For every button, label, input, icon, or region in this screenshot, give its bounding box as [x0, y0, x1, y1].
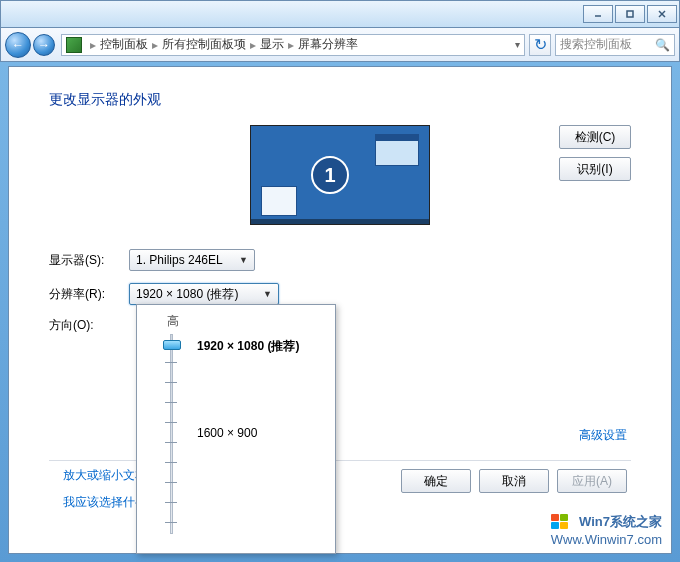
chevron-down-icon[interactable]: ▾ [515, 39, 520, 50]
which-settings-link[interactable]: 我应该选择什么 [63, 494, 147, 511]
svg-rect-1 [627, 11, 633, 17]
slider-thumb[interactable] [163, 340, 181, 350]
display-value: 1. Philips 246EL [136, 253, 223, 267]
display-label: 显示器(S): [49, 252, 129, 269]
chevron-right-icon: ▸ [288, 38, 294, 52]
breadcrumb-item[interactable]: 屏幕分辨率 [298, 36, 358, 53]
resolution-label: 分辨率(R): [49, 286, 129, 303]
chevron-right-icon: ▸ [90, 38, 96, 52]
maximize-button[interactable] [615, 5, 645, 23]
chevron-right-icon: ▸ [152, 38, 158, 52]
preview-taskbar [251, 219, 429, 224]
breadcrumb[interactable]: ▸ 控制面板 ▸ 所有控制面板项 ▸ 显示 ▸ 屏幕分辨率 ▾ [61, 34, 525, 56]
page-title: 更改显示器的外观 [49, 91, 631, 109]
dialog-buttons: 确定 取消 应用(A) [401, 469, 627, 493]
detect-button[interactable]: 检测(C) [559, 125, 631, 149]
watermark-line2: Www.Winwin7.com [551, 532, 662, 548]
watermark-line1: Win7系统之家 [579, 514, 662, 529]
content-frame: 更改显示器的外观 1 检测(C) 识别(I) 显示器(S): 1. Philip… [8, 66, 672, 554]
minimize-button[interactable] [583, 5, 613, 23]
chevron-right-icon: ▸ [250, 38, 256, 52]
resolution-option[interactable]: 1920 × 1080 (推荐) [197, 338, 299, 355]
breadcrumb-item[interactable]: 显示 [260, 36, 284, 53]
back-button[interactable]: ← [5, 32, 31, 58]
cancel-button[interactable]: 取消 [479, 469, 549, 493]
monitor-preview-area: 1 检测(C) 识别(I) [49, 125, 631, 225]
preview-window [375, 134, 419, 166]
apply-button: 应用(A) [557, 469, 627, 493]
text-size-link[interactable]: 放大或缩小文本 [63, 467, 147, 484]
orientation-label: 方向(O): [49, 317, 129, 334]
breadcrumb-item[interactable]: 所有控制面板项 [162, 36, 246, 53]
search-icon: 🔍 [655, 38, 670, 52]
search-input[interactable]: 搜索控制面板 🔍 [555, 34, 675, 56]
resolution-slider[interactable] [163, 334, 179, 534]
refresh-button[interactable]: ↻ [529, 34, 551, 56]
watermark: Win7系统之家 Www.Winwin7.com [551, 514, 662, 548]
windows-logo-icon [551, 514, 571, 532]
monitor-preview[interactable]: 1 [250, 125, 430, 225]
slider-ticks [165, 342, 179, 526]
help-links: 放大或缩小文本 我应该选择什么 [63, 467, 147, 521]
display-select[interactable]: 1. Philips 246EL ▼ [129, 249, 255, 271]
chevron-down-icon: ▼ [239, 255, 248, 265]
ok-button[interactable]: 确定 [401, 469, 471, 493]
resolution-value: 1920 × 1080 (推荐) [136, 286, 238, 303]
control-panel-icon [66, 37, 82, 53]
identify-button[interactable]: 识别(I) [559, 157, 631, 181]
window-titlebar [0, 0, 680, 28]
resolution-select[interactable]: 1920 × 1080 (推荐) ▼ [129, 283, 279, 305]
forward-button[interactable]: → [33, 34, 55, 56]
resolution-slider-popup: 高 1920 × 1080 (推荐) 1600 × 900 [136, 304, 336, 554]
breadcrumb-item[interactable]: 控制面板 [100, 36, 148, 53]
navigation-bar: ← → ▸ 控制面板 ▸ 所有控制面板项 ▸ 显示 ▸ 屏幕分辨率 ▾ ↻ 搜索… [0, 28, 680, 62]
slider-high-label: 高 [167, 313, 323, 330]
close-button[interactable] [647, 5, 677, 23]
advanced-settings-link[interactable]: 高级设置 [579, 427, 627, 444]
preview-window [261, 186, 297, 216]
search-placeholder: 搜索控制面板 [560, 36, 632, 53]
resolution-option[interactable]: 1600 × 900 [197, 426, 257, 440]
chevron-down-icon: ▼ [263, 289, 272, 299]
monitor-number: 1 [311, 156, 349, 194]
